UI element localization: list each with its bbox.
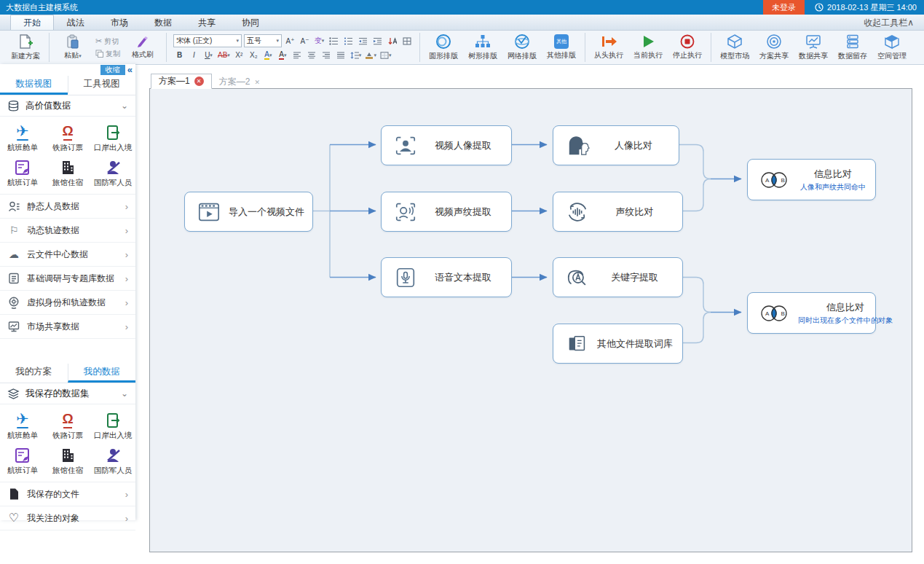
line-spacing-button[interactable]: ▾ <box>350 50 363 60</box>
node-face-compare[interactable]: 人像比对 <box>553 125 679 165</box>
change-case-button[interactable]: 变▾ <box>313 36 325 47</box>
node-video-voiceprint-extract[interactable]: 视频声纹提取 <box>381 192 512 232</box>
grow-font-button[interactable]: A⁺ <box>284 36 296 47</box>
dataset-flight-order[interactable]: 航班订单 <box>0 154 45 189</box>
node-video-face-extract[interactable]: 视频人像提取 <box>381 125 512 165</box>
align-right-button[interactable] <box>320 50 333 60</box>
font-size-select[interactable]: 五号 ▾ <box>244 34 282 47</box>
other-layout-button[interactable]: 其他 其他排版 <box>542 31 581 63</box>
tab-tool-view[interactable]: 工具视图 <box>68 76 136 95</box>
subscript-button[interactable]: X₂ <box>248 50 260 60</box>
passport-icon <box>105 122 121 141</box>
node-info-compare-2[interactable]: A B 信息比对 同时出现在多个文件中的对象 <box>747 292 876 334</box>
sidebar-collapse-button[interactable]: 收缩 <box>100 65 125 75</box>
font-name-select[interactable]: 宋体 (正文) ▾ <box>173 34 242 47</box>
font-color-button[interactable]: A▾ <box>277 50 289 60</box>
bullet-list-button[interactable] <box>328 36 340 47</box>
sort-button[interactable] <box>386 36 398 47</box>
run-current-button[interactable]: 当前执行 <box>628 31 668 63</box>
tree-layout-button[interactable]: 树形排版 <box>463 31 502 63</box>
numbered-list-button[interactable] <box>342 36 355 47</box>
category-cloud-file-data[interactable]: ☁ 云文件中心数据 › <box>0 243 135 267</box>
ribbon-tab-collab[interactable]: 协同 <box>229 15 272 30</box>
shrink-font-button[interactable]: A⁻ <box>299 36 311 47</box>
data-share-button[interactable]: 数据共享 <box>794 31 833 63</box>
chevron-right-icon: › <box>125 321 128 332</box>
run-from-start-button[interactable]: 从头执行 <box>589 31 628 63</box>
section-saved-datasets[interactable]: 我保存的数据集 ⌄ <box>0 383 135 404</box>
category-market-shared-data[interactable]: 市场共享数据 › <box>0 315 135 339</box>
node-import-video[interactable]: 导入一个视频文件 <box>184 192 313 232</box>
category-survey-library-data[interactable]: 基础调研与专题库数据 › <box>0 267 135 291</box>
cut-button[interactable]: ✂ 剪切 <box>92 36 123 47</box>
plan-share-button[interactable]: 方案共享 <box>754 31 794 63</box>
survey-document-icon <box>7 272 20 285</box>
new-plan-button[interactable]: 新建方案 <box>6 31 45 63</box>
ribbon-tab-market[interactable]: 市场 <box>98 15 141 30</box>
format-painter-button[interactable]: 格式刷 <box>123 31 162 63</box>
shading-button[interactable]: ▾ <box>364 50 377 60</box>
category-static-person-data[interactable]: 静态人员数据 › <box>0 195 135 219</box>
node-other-files-lexicon[interactable]: 其他文件提取词库 <box>553 324 683 364</box>
collapse-toolbar-link[interactable]: 收起工具栏∧ <box>864 15 924 30</box>
dataset-flight-order[interactable]: 航班订单 <box>0 442 45 477</box>
dataset-military-personnel[interactable]: 国防军人员 <box>90 442 135 477</box>
data-retention-button[interactable]: 数据留存 <box>833 31 872 63</box>
flow-canvas[interactable]: 导入一个视频文件 视频人像提取 <box>149 88 912 552</box>
dataset-flight-manifest[interactable]: ✈ 航班舱单 <box>0 407 45 442</box>
table-grid-button[interactable] <box>400 36 413 47</box>
login-status-badge[interactable]: 未登录 <box>763 0 805 15</box>
plan-tab-2[interactable]: 方案—2 ✕ <box>212 75 267 89</box>
node-keyword-extract[interactable]: 关键字提取 <box>553 257 683 297</box>
my-saved-files[interactable]: 我保存的文件 › <box>0 482 135 506</box>
decrease-indent-button[interactable] <box>357 36 369 47</box>
category-virtual-identity-data[interactable]: 虚拟身份和轨迹数据 › <box>0 291 135 315</box>
dataset-military-personnel[interactable]: 国防军人员 <box>90 154 135 189</box>
ribbon-tab-share[interactable]: 共享 <box>185 15 229 30</box>
plan-tab-1[interactable]: 方案—1 ✕ <box>151 74 212 89</box>
model-market-button[interactable]: 模型市场 <box>715 31 754 63</box>
strikethrough-button[interactable]: AB▾ <box>217 50 231 60</box>
dataset-border-entry[interactable]: 口岸出入境 <box>90 407 135 442</box>
bold-button[interactable]: B <box>173 50 186 60</box>
my-followed-objects[interactable]: ♡ 我关注的对象 › <box>0 506 135 530</box>
dataset-rail-ticket[interactable]: Ω 铁路订票 <box>45 120 90 154</box>
double-left-arrow-icon[interactable]: « <box>127 65 133 75</box>
close-tab-icon[interactable]: ✕ <box>194 77 204 86</box>
category-dynamic-track-data[interactable]: ⚐ 动态轨迹数据 › <box>0 219 135 243</box>
plane-icon: ✈ <box>16 122 29 141</box>
align-center-button[interactable] <box>306 50 318 60</box>
node-voiceprint-compare[interactable]: 声纹比对 <box>553 192 683 232</box>
copy-button[interactable]: 复制 <box>92 49 123 59</box>
tab-my-data[interactable]: 我的数据 <box>68 364 136 383</box>
increase-indent-button[interactable] <box>371 36 384 47</box>
circle-layout-button[interactable]: 圆形排版 <box>424 31 463 63</box>
dataset-hotel-stay[interactable]: 旅馆住宿 <box>45 442 90 477</box>
close-tab-icon[interactable]: ✕ <box>254 79 260 86</box>
hotel-building-icon <box>60 445 76 464</box>
ribbon-tab-tactics[interactable]: 战法 <box>54 15 98 30</box>
node-info-compare-1[interactable]: A B 信息比对 人像和声纹共同命中 <box>747 159 876 200</box>
stop-execution-button[interactable]: 停止执行 <box>668 31 707 63</box>
paste-button[interactable]: 粘贴▾ <box>53 31 92 63</box>
align-left-button[interactable] <box>291 50 304 60</box>
tab-data-view[interactable]: 数据视图 <box>0 76 68 95</box>
dataset-border-entry[interactable]: 口岸出入境 <box>90 120 135 154</box>
space-management-button[interactable]: 空间管理 <box>872 31 912 63</box>
underline-button[interactable]: U▾ <box>202 50 215 60</box>
ribbon-tab-home[interactable]: 开始 <box>10 15 54 30</box>
section-high-value-data[interactable]: 高价值数据 ⌄ <box>0 95 135 117</box>
tab-my-plans[interactable]: 我的方案 <box>0 364 68 383</box>
node-speech-text-extract[interactable]: 语音文本提取 <box>381 257 512 297</box>
borders-button[interactable]: ▾ <box>379 50 392 60</box>
dataset-flight-manifest[interactable]: ✈ 航班舱单 <box>0 120 45 154</box>
align-justify-button[interactable] <box>335 50 347 60</box>
italic-button[interactable]: I <box>188 50 200 60</box>
superscript-button[interactable]: X² <box>233 50 245 60</box>
highlight-color-button[interactable]: A▾ <box>262 50 275 60</box>
ribbon-tab-data[interactable]: 数据 <box>141 15 185 30</box>
node-subtitle: 人像和声纹共同命中 <box>798 182 868 192</box>
dataset-hotel-stay[interactable]: 旅馆住宿 <box>45 154 90 189</box>
network-layout-button[interactable]: 网络排版 <box>502 31 542 63</box>
dataset-rail-ticket[interactable]: Ω 铁路订票 <box>45 407 90 442</box>
